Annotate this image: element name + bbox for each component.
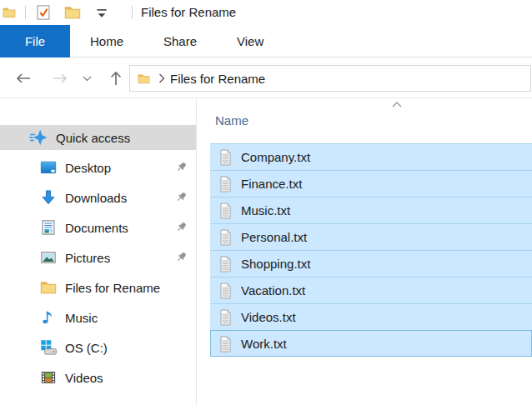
folder-icon bbox=[64, 4, 81, 21]
explorer-window: Files for Rename File Home Share View bbox=[0, 0, 532, 405]
sidebar-item-music[interactable]: Music bbox=[0, 305, 196, 330]
file-name-label: Shopping.txt bbox=[241, 257, 310, 271]
file-row-work-txt[interactable]: Work.txt bbox=[210, 330, 532, 357]
folder-icon bbox=[137, 72, 151, 85]
file-row-shopping-txt[interactable]: Shopping.txt bbox=[210, 250, 532, 277]
breadcrumb-chevron-icon bbox=[158, 73, 165, 83]
desktop-icon bbox=[40, 159, 57, 176]
titlebar-separator bbox=[25, 6, 26, 19]
text-file-icon bbox=[218, 202, 233, 219]
downloads-icon bbox=[40, 189, 57, 206]
file-name-label: Music.txt bbox=[241, 203, 290, 218]
file-name-label: Vacation.txt bbox=[241, 283, 305, 298]
column-header-name[interactable]: Name bbox=[215, 113, 248, 128]
sidebar-item-downloads[interactable]: Downloads bbox=[0, 185, 196, 210]
chevron-down-icon bbox=[83, 76, 92, 82]
pin-icon bbox=[174, 191, 188, 204]
folder-icon bbox=[2, 6, 17, 19]
file-row-personal-txt[interactable]: Personal.txt bbox=[210, 223, 532, 250]
tab-home[interactable]: Home bbox=[70, 25, 143, 57]
sidebar-item-videos[interactable]: Videos bbox=[0, 365, 196, 390]
file-name-label: Personal.txt bbox=[241, 230, 307, 244]
up-arrow-icon bbox=[109, 70, 123, 87]
sidebar-item-label: OS (C:) bbox=[65, 341, 108, 355]
quick-access-toolbar bbox=[33, 2, 112, 22]
recent-locations-button[interactable] bbox=[78, 66, 95, 91]
text-file-icon bbox=[218, 282, 233, 299]
pictures-icon bbox=[40, 249, 57, 266]
pin-icon bbox=[174, 221, 188, 234]
file-row-finance-txt[interactable]: Finance.txt bbox=[210, 170, 532, 197]
pin-icon bbox=[174, 161, 188, 174]
breadcrumb[interactable]: Files for Rename bbox=[170, 72, 265, 86]
navigation-bar: Files for Rename bbox=[0, 58, 532, 98]
tab-share[interactable]: Share bbox=[143, 25, 217, 57]
sidebar-item-label: Files for Rename bbox=[65, 281, 160, 295]
file-list: Company.txt Finance.txt Music.txt bbox=[210, 143, 532, 357]
sidebar-item-label: Documents bbox=[65, 221, 128, 235]
text-file-icon bbox=[218, 176, 233, 192]
tab-file[interactable]: File bbox=[0, 25, 70, 58]
sidebar-item-pictures[interactable]: Pictures bbox=[0, 245, 196, 270]
sidebar-item-documents[interactable]: Documents bbox=[0, 215, 196, 240]
sidebar-item-label: Music bbox=[65, 311, 98, 325]
window-title: Files for Rename bbox=[141, 5, 236, 19]
file-row-company-txt[interactable]: Company.txt bbox=[210, 143, 532, 170]
videos-icon bbox=[40, 369, 57, 386]
file-row-videos-txt[interactable]: Videos.txt bbox=[210, 303, 532, 330]
file-name-label: Finance.txt bbox=[241, 177, 302, 191]
file-name-label: Company.txt bbox=[241, 150, 310, 164]
up-button[interactable] bbox=[103, 66, 128, 91]
sidebar-item-quick-access[interactable]: Quick access bbox=[0, 125, 196, 150]
back-arrow-icon bbox=[15, 72, 32, 85]
qat-dropdown-icon bbox=[93, 4, 110, 21]
forward-button[interactable] bbox=[48, 66, 73, 91]
qat-properties-button[interactable] bbox=[33, 2, 53, 22]
pin-icon bbox=[174, 251, 188, 264]
address-bar[interactable]: Files for Rename bbox=[129, 65, 531, 92]
text-file-icon bbox=[218, 256, 233, 272]
sidebar-item-files-for-rename[interactable]: Files for Rename bbox=[0, 275, 196, 300]
forward-arrow-icon bbox=[52, 72, 68, 85]
sidebar-item-label: Quick access bbox=[56, 131, 130, 145]
text-file-icon bbox=[218, 149, 233, 166]
file-row-music-txt[interactable]: Music.txt bbox=[210, 197, 532, 223]
file-row-vacation-txt[interactable]: Vacation.txt bbox=[210, 277, 532, 303]
sort-ascending-icon bbox=[392, 101, 402, 108]
text-file-icon bbox=[218, 309, 233, 326]
sidebar-item-label: Downloads bbox=[65, 191, 127, 205]
tab-view[interactable]: View bbox=[217, 25, 284, 57]
music-icon bbox=[40, 309, 57, 326]
check-doc-icon bbox=[35, 4, 52, 21]
content-area: Quick access Desktop Downloads bbox=[0, 99, 532, 405]
sidebar-item-label: Videos bbox=[65, 371, 103, 385]
sidebar-item-label: Desktop bbox=[65, 161, 111, 175]
navigation-pane: Quick access Desktop Downloads bbox=[0, 99, 197, 405]
qat-new-folder-button[interactable] bbox=[63, 2, 83, 22]
folder-icon bbox=[40, 279, 57, 296]
qat-customize-button[interactable] bbox=[92, 2, 112, 22]
ribbon-tabstrip: File Home Share View bbox=[0, 25, 532, 58]
titlebar-separator bbox=[132, 6, 133, 19]
sidebar-item-desktop[interactable]: Desktop bbox=[0, 155, 196, 180]
documents-icon bbox=[40, 219, 57, 236]
sidebar-item-label: Pictures bbox=[65, 251, 110, 265]
file-name-label: Work.txt bbox=[241, 337, 287, 351]
file-name-label: Videos.txt bbox=[241, 310, 296, 324]
quick-access-star-icon bbox=[29, 128, 48, 147]
titlebar: Files for Rename bbox=[0, 0, 532, 25]
drive-icon bbox=[40, 339, 57, 356]
sidebar-item-os-c[interactable]: OS (C:) bbox=[0, 335, 196, 360]
text-file-icon bbox=[218, 336, 233, 352]
back-button[interactable] bbox=[11, 66, 36, 91]
file-pane: Name Company.txt Finance.txt bbox=[198, 99, 532, 405]
text-file-icon bbox=[218, 229, 233, 246]
